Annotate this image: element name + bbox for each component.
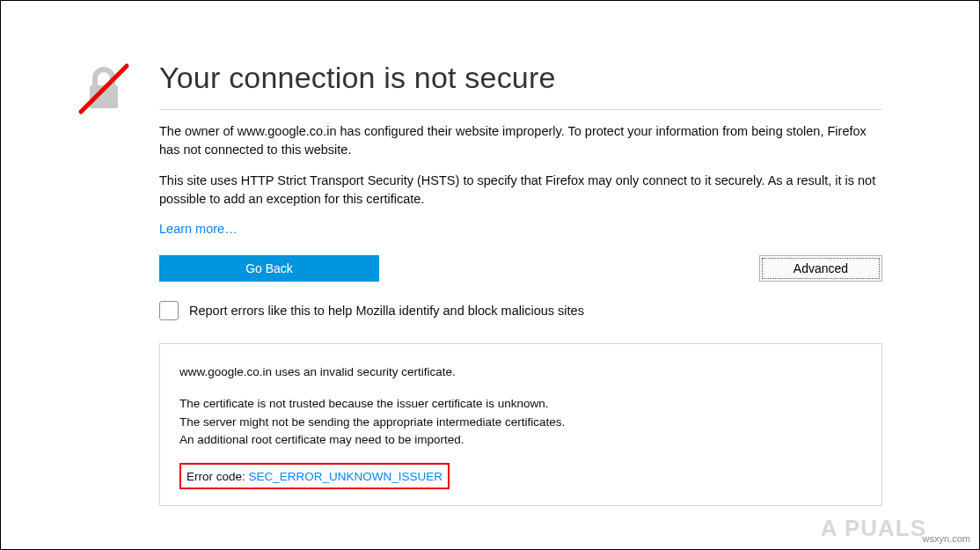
report-row: Report errors like this to help Mozilla … — [159, 301, 882, 320]
report-label: Report errors like this to help Mozilla … — [189, 304, 584, 318]
error-code-highlight: Error code: SEC_ERROR_UNKNOWN_ISSUER — [179, 463, 450, 489]
source-watermark: wsxyn.com — [923, 533, 970, 544]
details-line-3: The server might not be sending the appr… — [179, 414, 862, 431]
error-code-value[interactable]: SEC_ERROR_UNKNOWN_ISSUER — [249, 470, 443, 483]
learn-more-link[interactable]: Learn more… — [159, 222, 238, 236]
title-row: Your connection is not secure The owner … — [76, 61, 882, 506]
insecure-lock-icon — [76, 61, 159, 121]
advanced-button[interactable]: Advanced — [759, 255, 882, 282]
details-line-4: An additional root certificate may need … — [179, 431, 862, 449]
details-line-1: www.google.co.in uses an invalid securit… — [179, 363, 862, 381]
divider — [159, 109, 882, 110]
description-2: This site uses HTTP Strict Transport Sec… — [159, 172, 882, 209]
error-code-label: Error code: — [186, 470, 249, 483]
report-checkbox[interactable] — [159, 301, 179, 320]
error-page: Your connection is not secure The owner … — [0, 0, 980, 550]
page-title: Your connection is not secure — [159, 61, 882, 95]
details-line-2: The certificate is not trusted because t… — [179, 395, 862, 413]
description-1: The owner of www.google.co.in has config… — [159, 122, 882, 159]
text-column: Your connection is not secure The owner … — [159, 61, 882, 506]
certificate-details-box: www.google.co.in uses an invalid securit… — [159, 343, 882, 506]
go-back-button[interactable]: Go Back — [159, 255, 379, 282]
button-row: Go Back Advanced — [159, 255, 882, 282]
brand-watermark: A PUALS — [821, 515, 926, 542]
content-area: Your connection is not secure The owner … — [1, 1, 979, 506]
